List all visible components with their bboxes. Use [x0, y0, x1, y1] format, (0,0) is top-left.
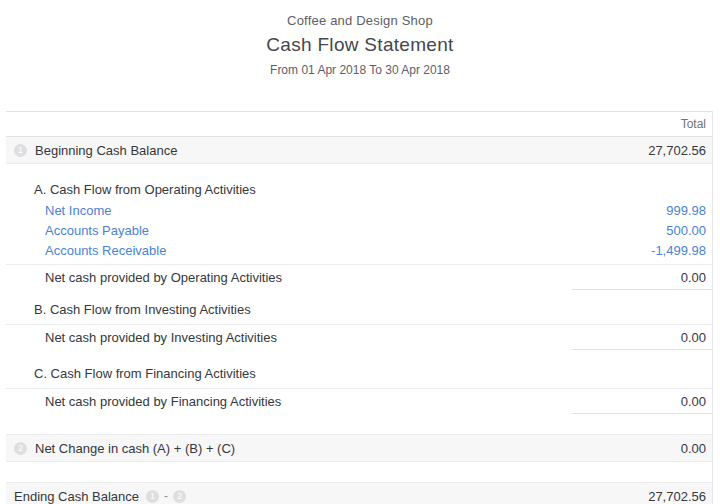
spacer	[6, 462, 712, 482]
accounts-receivable-amount: -1,499.98	[651, 243, 706, 258]
net-change-amount: 0.00	[681, 441, 706, 456]
section-heading-financing: C. Cash Flow from Financing Activities	[6, 364, 712, 384]
spacer	[6, 414, 712, 434]
spacer	[6, 164, 712, 180]
amount-underline	[572, 349, 712, 350]
ending-cash-balance-row: Ending Cash Balance 1 - 2 27,702.56	[6, 482, 712, 504]
investing-total-row: Net cash provided by Investing Activitie…	[6, 325, 712, 349]
circle-badge-1-icon: 1	[146, 490, 159, 503]
company-name: Coffee and Design Shop	[0, 13, 720, 28]
section-investing-activities: B. Cash Flow from Investing Activities N…	[6, 300, 712, 350]
accounts-payable-amount: 500.00	[666, 223, 706, 238]
financing-total-label: Net cash provided by Financing Activitie…	[45, 394, 281, 409]
operating-total-label: Net cash provided by Operating Activitie…	[45, 270, 282, 285]
page-title: Cash Flow Statement	[0, 34, 720, 56]
section-heading-operating: A. Cash Flow from Operating Activities	[6, 180, 712, 200]
accounts-payable-link[interactable]: Accounts Payable	[45, 223, 149, 238]
beginning-cash-balance-amount: 27,702.56	[648, 143, 706, 158]
section-financing-activities: C. Cash Flow from Financing Activities N…	[6, 364, 712, 414]
investing-total-amount: 0.00	[681, 330, 706, 345]
account-row-accounts-receivable: Accounts Receivable -1,499.98	[6, 240, 712, 260]
cash-flow-table: Total 1 Beginning Cash Balance 27,702.56…	[6, 111, 713, 504]
cash-flow-report: Coffee and Design Shop Cash Flow Stateme…	[0, 0, 720, 504]
table-header-row: Total	[6, 111, 712, 137]
circle-badge-2-icon: 2	[173, 490, 186, 503]
circle-badge-1-icon: 1	[14, 144, 27, 157]
accounts-receivable-link[interactable]: Accounts Receivable	[45, 243, 166, 258]
account-row-accounts-payable: Accounts Payable 500.00	[6, 220, 712, 240]
net-income-link[interactable]: Net Income	[45, 203, 111, 218]
financing-total-amount: 0.00	[681, 394, 706, 409]
financing-total-row: Net cash provided by Financing Activitie…	[6, 389, 712, 413]
net-change-row: 2 Net Change in cash (A) + (B) + (C) 0.0…	[6, 434, 712, 462]
net-change-label: Net Change in cash (A) + (B) + (C)	[35, 441, 235, 456]
operating-total-row: Net cash provided by Operating Activitie…	[6, 265, 712, 289]
report-header: Coffee and Design Shop Cash Flow Stateme…	[0, 0, 720, 77]
minus-separator: -	[164, 489, 168, 503]
total-column-header: Total	[681, 117, 706, 131]
beginning-cash-balance-label: Beginning Cash Balance	[35, 143, 177, 158]
net-income-amount: 999.98	[666, 203, 706, 218]
beginning-cash-balance-row: 1 Beginning Cash Balance 27,702.56	[6, 137, 712, 164]
investing-total-label: Net cash provided by Investing Activitie…	[45, 330, 277, 345]
section-operating-activities: A. Cash Flow from Operating Activities N…	[6, 180, 712, 290]
report-date-range: From 01 Apr 2018 To 30 Apr 2018	[0, 63, 720, 77]
ending-cash-balance-label: Ending Cash Balance	[14, 489, 139, 504]
account-row-net-income: Net Income 999.98	[6, 200, 712, 220]
ending-cash-balance-amount: 27,702.56	[648, 489, 706, 504]
section-heading-investing: B. Cash Flow from Investing Activities	[6, 300, 712, 320]
circle-badge-2-icon: 2	[14, 442, 27, 455]
amount-underline	[572, 289, 712, 290]
operating-total-amount: 0.00	[681, 270, 706, 285]
